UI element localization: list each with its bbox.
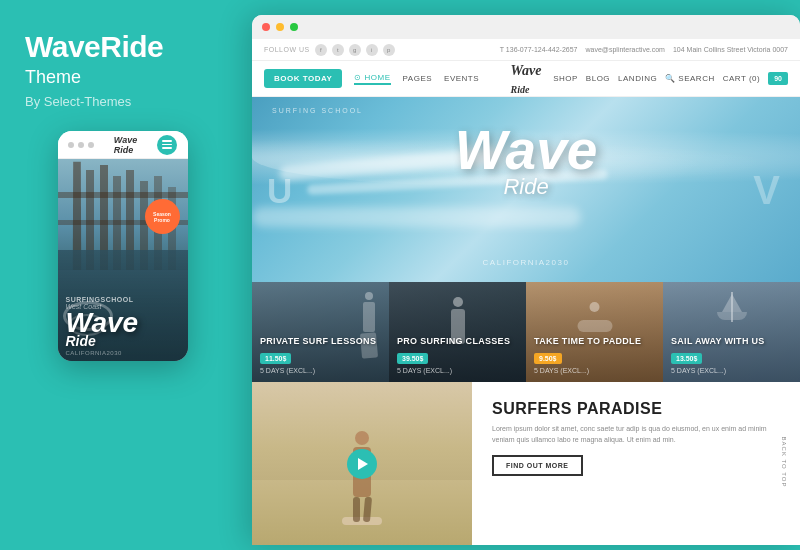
window-close-dot[interactable]	[262, 23, 270, 31]
activity-card-4-badge: 13.50$	[671, 353, 702, 364]
mobile-surfing-school: SURFINGSCHOOL	[66, 296, 180, 303]
surfers-paradise-title: SURFERS PARADISE	[492, 400, 780, 418]
activity-card-pro-surfing[interactable]: PRO SURFING CLASSES 39.50$ 5 DAYS (EXCL.…	[389, 282, 526, 382]
phone-number: T 136-077-124-442-2657	[500, 46, 578, 53]
activity-card-2-days: 5 DAYS (EXCL...)	[397, 367, 518, 374]
activity-card-paddle[interactable]: TAKE TIME TO PADDLE 9.50$ 5 DAYS (EXCL..…	[526, 282, 663, 382]
activity-card-4-title: SAIL AWAY WITH US	[671, 336, 792, 347]
find-out-more-button[interactable]: FIND OUT MORE	[492, 455, 583, 476]
mobile-wave-title: Wave	[66, 310, 180, 335]
hero-v-decoration: V	[753, 167, 780, 212]
twitter-icon[interactable]: t	[332, 44, 344, 56]
nav-search[interactable]: 🔍 SEARCH	[665, 74, 715, 83]
mobile-dot-2	[78, 142, 84, 148]
site-nav-right: SHOP BLOG LANDING 🔍 SEARCH CART (0) 90	[553, 72, 788, 85]
mobile-mockup: WaveRide	[58, 131, 188, 361]
hero-logo-large: Wave Ride	[455, 127, 598, 200]
brand-subtitle: Theme	[25, 67, 81, 88]
mobile-menu-icon[interactable]	[157, 135, 177, 155]
activity-card-3-content: TAKE TIME TO PADDLE 9.50$ 5 DAYS (EXCL..…	[534, 336, 655, 374]
address: 104 Main Collins Street Victoria 0007	[673, 46, 788, 53]
bottom-content-text: Lorem ipsum dolor sit amet, conc saete t…	[492, 424, 772, 445]
window-maximize-dot[interactable]	[290, 23, 298, 31]
nav-blog[interactable]: BLOG	[586, 74, 610, 83]
hero-california-label: CALIFORNIA2030	[483, 258, 570, 267]
bottom-content: SURFERS PARADISE Lorem ipsum dolor sit a…	[472, 382, 800, 545]
brand-by: By Select-Themes	[25, 94, 131, 109]
site-logo: Wave Ride	[511, 61, 542, 97]
mobile-content: SeasonPromo SURFINGSCHOOL West Coast Wav…	[58, 159, 188, 361]
activity-card-surf-lessons[interactable]: PRIVATE SURF LESSONS 11.50$ 5 DAYS (EXCL…	[252, 282, 389, 382]
site-nav: BOOK TODAY ⊙ HOME PAGES EVENTS Wave Ride…	[252, 61, 800, 97]
nav-landing[interactable]: LANDING	[618, 74, 657, 83]
mobile-dot-1	[68, 142, 74, 148]
activity-card-4-content: SAIL AWAY WITH US 13.50$ 5 DAYS (EXCL...…	[671, 336, 792, 374]
activity-card-3-days: 5 DAYS (EXCL...)	[534, 367, 655, 374]
mobile-season-badge: SeasonPromo	[145, 199, 180, 234]
nav-cart[interactable]: CART (0)	[723, 74, 761, 83]
activity-card-2-badge: 39.50$	[397, 353, 428, 364]
hero-logo-wave: Wave	[455, 127, 598, 174]
nav-home[interactable]: ⊙ HOME	[354, 73, 390, 85]
desktop-top-bar	[252, 15, 800, 39]
google-icon[interactable]: g	[349, 44, 361, 56]
hero-u-decoration: U	[267, 171, 292, 211]
site-header-top: FOLLOW US f t g i p T 136-077-124-442-26…	[252, 39, 800, 61]
desktop-mockup: FOLLOW US f t g i p T 136-077-124-442-26…	[252, 15, 800, 545]
site-header-top-left: FOLLOW US f t g i p	[264, 44, 395, 56]
mobile-season-text: SeasonPromo	[153, 211, 171, 223]
activity-card-3-title: TAKE TIME TO PADDLE	[534, 336, 655, 347]
activity-card-2-content: PRO SURFING CLASSES 39.50$ 5 DAYS (EXCL.…	[397, 336, 518, 374]
follow-us-label: FOLLOW US	[264, 46, 310, 53]
mobile-dot-3	[88, 142, 94, 148]
site-nav-links: ⊙ HOME PAGES EVENTS	[354, 73, 479, 85]
nav-shop[interactable]: SHOP	[553, 74, 578, 83]
book-today-button[interactable]: BOOK TODAY	[264, 69, 342, 88]
nav-pages[interactable]: PAGES	[403, 74, 432, 83]
activity-card-2-title: PRO SURFING CLASSES	[397, 336, 518, 347]
activity-card-4-days: 5 DAYS (EXCL...)	[671, 367, 792, 374]
mobile-top-bar: WaveRide	[58, 131, 188, 159]
facebook-icon[interactable]: f	[315, 44, 327, 56]
pinterest-icon[interactable]: p	[383, 44, 395, 56]
hero-surfing-school-label: SURFING SCHOOL	[272, 107, 363, 114]
activity-card-1-title: PRIVATE SURF LESSONS	[260, 336, 381, 347]
mobile-logo: WaveRide	[114, 135, 137, 155]
nav-user-count: 90	[768, 72, 788, 85]
activity-card-3-badge: 9.50$	[534, 353, 562, 364]
video-thumbnail[interactable]	[252, 382, 472, 545]
video-play-button[interactable]	[347, 449, 377, 479]
back-to-top[interactable]: BACK TO TOP	[782, 437, 788, 488]
browser-content: FOLLOW US f t g i p T 136-077-124-442-26…	[252, 39, 800, 545]
activity-card-1-content: PRIVATE SURF LESSONS 11.50$ 5 DAYS (EXCL…	[260, 336, 381, 374]
mobile-dots	[68, 142, 94, 148]
activities-row: PRIVATE SURF LESSONS 11.50$ 5 DAYS (EXCL…	[252, 282, 800, 382]
brand-title: WaveRide	[25, 30, 163, 63]
site-header-top-right: T 136-077-124-442-2657 wave@splinteracti…	[500, 46, 788, 53]
play-icon	[358, 458, 368, 470]
follow-us-row: FOLLOW US f t g i p	[264, 44, 395, 56]
bottom-section: SURFERS PARADISE Lorem ipsum dolor sit a…	[252, 382, 800, 545]
email-address: wave@splinteractive.com	[585, 46, 664, 53]
activity-card-1-days: 5 DAYS (EXCL...)	[260, 367, 381, 374]
nav-events[interactable]: EVENTS	[444, 74, 479, 83]
left-panel: WaveRide Theme By Select-Themes WaveRide	[0, 0, 245, 550]
window-minimize-dot[interactable]	[276, 23, 284, 31]
instagram-icon[interactable]: i	[366, 44, 378, 56]
hero-section: SURFING SCHOOL U Wave Ride V CALIFORNIA2…	[252, 97, 800, 282]
activity-card-sailing[interactable]: SAIL AWAY WITH US 13.50$ 5 DAYS (EXCL...…	[663, 282, 800, 382]
mobile-california: CALIFORNIA2030	[66, 350, 180, 356]
activity-card-1-badge: 11.50$	[260, 353, 291, 364]
